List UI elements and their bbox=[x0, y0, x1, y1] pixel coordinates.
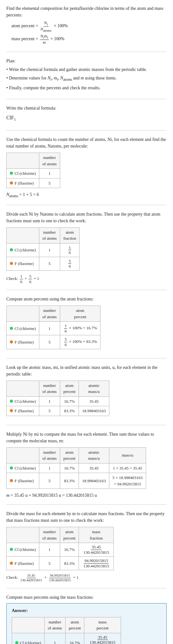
answer-section: Compute mass percents using the mass fra… bbox=[6, 594, 167, 644]
col-atoms-5: numberof atoms bbox=[39, 447, 60, 463]
atom-percent-fraction: Ni Natoms bbox=[40, 20, 52, 32]
table-row: Cl (chlorine) 1 16.7% 35.45 bbox=[7, 396, 109, 406]
f-label-2: F (fluorine) bbox=[7, 257, 39, 270]
cl-percent-5: 16.7% bbox=[60, 463, 79, 473]
atomic-mass-intro: Look up the atomic mass, mi, in unified … bbox=[6, 364, 167, 377]
f-dot-4 bbox=[10, 409, 13, 412]
f-atoms-4: 5 bbox=[39, 406, 60, 416]
f-label-5: F (fluorine) bbox=[7, 473, 39, 489]
mass-fraction-table: numberof atoms atompercent massfraction … bbox=[6, 527, 114, 570]
f-atomic-mass-5: 18.998403163 bbox=[79, 473, 109, 489]
col-element-7 bbox=[12, 617, 45, 633]
plan-step-2: • Determine values for Ni, mi, Natoms an… bbox=[6, 75, 167, 82]
formula-section: Write the chemical formula: ClF5 bbox=[6, 105, 167, 131]
atomic-mass-section: Look up the atomic mass, mi, in unified … bbox=[6, 364, 167, 425]
plan-step-3: • Finally, compute the percents and chec… bbox=[6, 85, 167, 91]
atom-fraction-section: Divide each Ni by Natoms to calculate at… bbox=[6, 211, 167, 290]
table-row: F (fluorine) 5 83.3% 18.998403163 5 × 18… bbox=[7, 473, 146, 489]
count-intro: Use the chemical formula to count the nu… bbox=[6, 136, 167, 149]
atom-percent-formula: atom percent = Ni Natoms × 100% bbox=[11, 20, 167, 32]
table-row: Cl (chlorine) 1 16 × 100% = 16.7% bbox=[7, 322, 100, 335]
count-table: numberof atoms Cl (chlorine) 1 F (fluori… bbox=[6, 153, 60, 188]
cl-label-7: Cl (chlorine) bbox=[12, 633, 45, 644]
f-dot-2 bbox=[10, 262, 13, 265]
table-row: Cl (chlorine) 1 bbox=[7, 169, 60, 179]
f-percent-5: 83.3% bbox=[60, 473, 79, 489]
col-element-3 bbox=[7, 306, 39, 322]
cl-label-3: Cl (chlorine) bbox=[7, 322, 39, 335]
table-row: F (fluorine) 5 bbox=[7, 178, 60, 188]
col-element-6 bbox=[7, 527, 39, 543]
cl-dot-4 bbox=[10, 400, 13, 403]
table-row: Cl (chlorine) 1 1 6 bbox=[7, 243, 80, 257]
f-atom-percent: 56 × 100% = 83.3% bbox=[60, 335, 100, 349]
col-percent-6: atompercent bbox=[60, 527, 79, 543]
atom-percent-intro: Compute atom percents using the atom fra… bbox=[6, 296, 167, 302]
cl-mass-u: 1 × 35.45 = 35.45 bbox=[109, 463, 146, 473]
cl-dot-3 bbox=[10, 327, 13, 330]
col-atoms-3: numberof atoms bbox=[39, 306, 60, 322]
f-dot-5 bbox=[10, 479, 13, 482]
cl-atomic-mass-5: 35.45 bbox=[79, 463, 109, 473]
cl-atom-percent: 16 × 100% = 16.7% bbox=[60, 322, 100, 335]
cl-percent-7: 16.7% bbox=[65, 633, 84, 644]
cl-atoms-4: 1 bbox=[39, 396, 60, 406]
f-percent-4: 83.3% bbox=[60, 406, 79, 416]
table-row: F (fluorine) 5 5 6 bbox=[7, 257, 80, 270]
fraction-check: Check: 16 + 56 = 1 bbox=[6, 274, 167, 284]
table-row: Cl (chlorine) 1 16.7% 35.45 1 × 35.45 = … bbox=[7, 463, 146, 473]
cl-mass-percent: 35.45 130.442015815 × 100% = 27.18% bbox=[84, 633, 121, 644]
atom-percent-table: numberof atoms atompercent Cl (chlorine)… bbox=[6, 306, 100, 349]
table-row: Cl (chlorine) 1 16.7% 35.45 130.44201581… bbox=[7, 543, 114, 557]
col-element-5 bbox=[7, 447, 39, 463]
table-row: F (fluorine) 5 83.3% 94.992015815 130.44… bbox=[7, 557, 114, 570]
col-atoms-6: numberof atoms bbox=[39, 527, 60, 543]
mass-percent-label: mass percent = bbox=[11, 36, 39, 41]
col-percent-7: atompercent bbox=[65, 617, 84, 633]
cl-dot-5 bbox=[10, 466, 13, 470]
cl-label-5: Cl (chlorine) bbox=[7, 463, 39, 473]
f-label-4: F (fluorine) bbox=[7, 406, 39, 416]
m-equation: m = 35.45 u + 94.992015815 u = 130.44201… bbox=[6, 492, 167, 499]
plan-section: Plan: • Write the chemical formula and g… bbox=[6, 58, 167, 99]
table-row: F (fluorine) 5 56 × 100% = 83.3% bbox=[7, 335, 100, 349]
col-percent-5: atompercent bbox=[60, 447, 79, 463]
col-atoms-4: numberof atoms bbox=[39, 381, 60, 396]
intro-section: Find the elemental composition for penta… bbox=[6, 5, 167, 52]
col-element-2 bbox=[7, 227, 39, 243]
atomic-mass-table: numberof atoms atompercent atomicmass/u … bbox=[6, 381, 109, 416]
cl-fraction: 1 6 bbox=[60, 243, 79, 257]
intro-title: Find the elemental composition for penta… bbox=[6, 5, 167, 18]
f-fraction: 5 6 bbox=[60, 257, 79, 270]
f-atoms-3: 5 bbox=[39, 335, 60, 349]
col-atomic-mass: atomicmass/u bbox=[79, 381, 109, 396]
cl-label-2: Cl (chlorine) bbox=[7, 243, 39, 257]
molecular-mass-table: numberof atoms atompercent atomicmass/u … bbox=[6, 447, 146, 489]
col-percent-4: atompercent bbox=[60, 381, 79, 396]
cl-label-1: Cl (chlorine) bbox=[7, 169, 39, 179]
col-fraction: atomfraction bbox=[60, 227, 79, 243]
atom-percent-label: atom percent = bbox=[11, 23, 39, 28]
cl-dot-6 bbox=[10, 548, 13, 551]
plan-title: Plan: bbox=[6, 58, 167, 64]
f-dot bbox=[10, 181, 13, 185]
cl-atoms-3: 1 bbox=[39, 322, 60, 335]
atom-percent-section: Compute atom percents using the atom fra… bbox=[6, 296, 167, 358]
f-dot-3 bbox=[10, 340, 13, 344]
answer-box: Answer: numberof atoms atompercent massp… bbox=[6, 603, 167, 644]
f-label-6: F (fluorine) bbox=[7, 557, 39, 570]
col-atoms-7: numberof atoms bbox=[44, 617, 65, 633]
col-atomic-mass-5: atomicmass/u bbox=[79, 447, 109, 463]
atom-fraction-table: numberof atoms atomfraction Cl (chlorine… bbox=[6, 227, 80, 271]
cl-atoms-5: 1 bbox=[39, 463, 60, 473]
f-atomic-mass: 18.998403163 bbox=[79, 406, 109, 416]
cl-percent-4: 16.7% bbox=[60, 396, 79, 406]
plan-step-1: • Write the chemical formula and gather … bbox=[6, 66, 167, 73]
f-percent-6: 83.3% bbox=[60, 557, 79, 570]
f-atoms-5: 5 bbox=[39, 473, 60, 489]
table-row: F (fluorine) 5 83.3% 18.998403163 bbox=[7, 406, 109, 416]
cl-dot-2 bbox=[10, 248, 13, 251]
f-label-1: F (fluorine) bbox=[7, 178, 39, 188]
col-atoms-1: numberof atoms bbox=[39, 153, 60, 169]
cl-atoms-7: 1 bbox=[44, 633, 65, 644]
